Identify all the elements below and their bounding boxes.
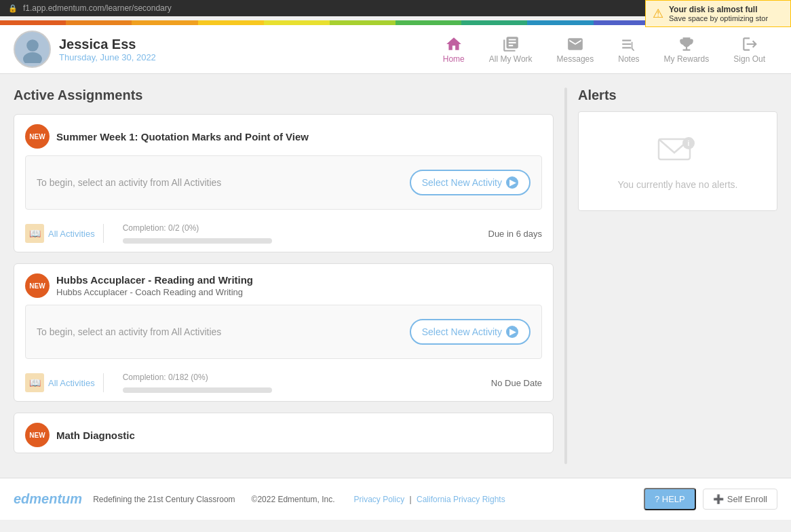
footer-tagline: Redefining the 21st Century Classroom <box>93 495 235 504</box>
warning-icon: ⚠ <box>653 6 663 21</box>
select-activity-btn-2[interactable]: Select New Activity ▶ <box>410 319 530 345</box>
notification-bar: ⚠ Your disk is almost full Save space by… <box>645 0 791 27</box>
due-date-1: Due in 6 days <box>488 229 543 239</box>
plus-icon: ➕ <box>713 494 724 504</box>
user-name: Jessica Ess <box>59 37 156 52</box>
new-badge-1: NEW <box>25 124 50 149</box>
no-alerts-box: i You currently have no alerts. <box>578 111 777 211</box>
assignment-title-1: Summer Week 1: Quotation Marks and Point… <box>56 131 309 142</box>
nav-sign-out[interactable]: Sign Out <box>721 33 777 66</box>
new-badge-2: NEW <box>25 273 50 298</box>
assignment-card-2: NEW Hubbs Accuplacer - Reading and Writi… <box>14 263 554 402</box>
active-assignments-title: Active Assignments <box>14 88 554 103</box>
progress-section-1: Completion: 0/2 (0%) <box>112 223 488 244</box>
address-bar: 🔒 f1.app.edmentum.com/learner/secondary <box>0 0 645 16</box>
all-activities-link-1[interactable]: 📖 All Activities <box>25 224 95 243</box>
notes-icon <box>620 35 638 53</box>
nav-notes[interactable]: Notes <box>606 33 651 66</box>
svg-point-1 <box>23 52 42 63</box>
footer-logo: edmentum <box>14 491 82 507</box>
user-avatar <box>14 31 51 68</box>
nav-messages[interactable]: Messages <box>545 33 606 66</box>
card-footer-1: 📖 All Activities Completion: 0/2 (0%) Du… <box>14 218 553 252</box>
notif-line2: Save space by optimizing stor <box>669 14 768 22</box>
nav-home[interactable]: Home <box>431 33 477 66</box>
site-header: Jessica Ess Thursday, June 30, 2022 Home… <box>0 25 791 74</box>
card-divider-1 <box>103 224 104 243</box>
assignment-title-3: Math Diagnostic <box>56 430 135 441</box>
lock-icon: 🔒 <box>8 4 18 13</box>
all-activities-link-2[interactable]: 📖 All Activities <box>25 373 95 392</box>
no-alerts-icon: i <box>657 132 698 172</box>
home-icon <box>445 35 463 53</box>
activities-book-icon-2: 📖 <box>25 373 44 392</box>
progress-bar-1 <box>123 238 272 244</box>
footer-links: Privacy Policy | California Privacy Righ… <box>351 495 507 504</box>
completion-text-1: Completion: 0/2 (0%) <box>123 223 199 233</box>
svg-point-0 <box>26 39 39 52</box>
card-header-2: NEW Hubbs Accuplacer - Reading and Writi… <box>14 264 553 305</box>
nav-my-rewards[interactable]: My Rewards <box>652 33 722 66</box>
alerts-title: Alerts <box>578 88 777 103</box>
site-footer: edmentum Redefining the 21st Century Cla… <box>0 478 791 520</box>
privacy-policy-link[interactable]: Privacy Policy <box>353 495 404 504</box>
activity-box-1: To begin, select an activity from All Ac… <box>25 155 542 210</box>
select-circle-icon-1: ▶ <box>506 176 518 189</box>
self-enroll-button[interactable]: ➕ Self Enroll <box>703 489 777 510</box>
assignment-card-3: NEW Math Diagnostic <box>14 413 554 453</box>
rewards-icon <box>678 35 695 53</box>
content-area: Active Assignments NEW Summer Week 1: Qu… <box>14 88 564 464</box>
url-text: f1.app.edmentum.com/learner/secondary <box>23 3 172 13</box>
assignment-card-1: NEW Summer Week 1: Quotation Marks and P… <box>14 114 554 252</box>
assignment-subtitle-2: Hubbs Accuplacer - Coach Reading and Wri… <box>56 287 253 297</box>
main-layout: Active Assignments NEW Summer Week 1: Qu… <box>0 74 791 478</box>
footer-left: edmentum Redefining the 21st Century Cla… <box>14 491 508 507</box>
progress-bar-2 <box>123 387 272 393</box>
completion-text-2: Completion: 0/182 (0%) <box>123 373 208 382</box>
new-badge-3: NEW <box>25 423 50 447</box>
footer-copyright: ©2022 Edmentum, Inc. <box>252 495 335 504</box>
main-nav: Home All My Work Messages Notes My Rewar… <box>431 33 777 66</box>
select-activity-btn-1[interactable]: Select New Activity ▶ <box>410 170 530 195</box>
sign-out-icon <box>741 35 758 53</box>
california-privacy-link[interactable]: California Privacy Rights <box>417 495 505 504</box>
card-divider-2 <box>103 373 104 392</box>
svg-text:i: i <box>688 140 690 147</box>
progress-section-2: Completion: 0/182 (0%) <box>112 373 491 393</box>
card-header-1: NEW Summer Week 1: Quotation Marks and P… <box>14 115 553 155</box>
hint-text-1: To begin, select an activity from All Ac… <box>37 177 221 188</box>
footer-right: ? HELP ➕ Self Enroll <box>644 488 777 510</box>
card-footer-2: 📖 All Activities Completion: 0/182 (0%) … <box>14 367 553 401</box>
user-info: Jessica Ess Thursday, June 30, 2022 <box>59 37 156 62</box>
messages-icon <box>566 35 584 53</box>
assignment-title-2: Hubbs Accuplacer - Reading and Writing <box>56 274 253 286</box>
select-circle-icon-2: ▶ <box>506 326 518 338</box>
sidebar: Alerts i You currently have no alerts. <box>567 88 777 464</box>
nav-all-my-work[interactable]: All My Work <box>477 33 545 66</box>
due-date-2: No Due Date <box>491 378 542 388</box>
activity-box-2: To begin, select an activity from All Ac… <box>25 305 542 359</box>
card-header-3: NEW Math Diagnostic <box>14 413 553 453</box>
no-alerts-text: You currently have no alerts. <box>592 179 763 190</box>
all-my-work-icon <box>502 35 520 53</box>
activities-book-icon-1: 📖 <box>25 224 44 243</box>
user-date: Thursday, June 30, 2022 <box>59 52 156 62</box>
notif-line1: Your disk is almost full <box>669 5 768 14</box>
hint-text-2: To begin, select an activity from All Ac… <box>37 326 221 337</box>
help-button[interactable]: ? HELP <box>644 488 696 510</box>
